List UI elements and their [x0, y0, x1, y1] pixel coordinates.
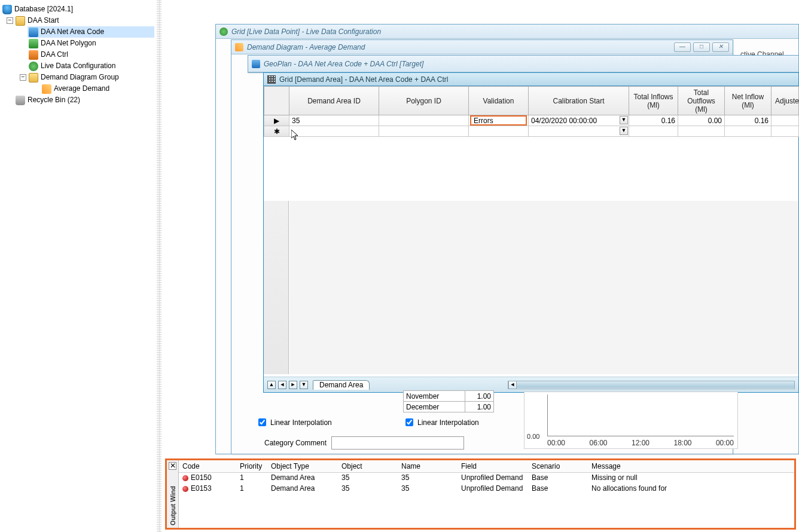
cell-demand-area-id[interactable]: 35	[289, 115, 379, 126]
cell-message: Missing or null	[588, 472, 794, 483]
checkbox[interactable]	[405, 418, 413, 426]
scroll-thumb[interactable]	[517, 382, 794, 388]
cell-empty[interactable]	[725, 126, 771, 137]
grid-empty-area	[289, 201, 798, 374]
cell-empty[interactable]	[379, 126, 469, 137]
col-validation[interactable]: Validation	[469, 87, 529, 115]
tree-node-database[interactable]: Database [2024.1]	[1, 4, 156, 15]
output-row[interactable]: E0153 1 Demand Area 35 35 Unprofiled Dem…	[179, 483, 794, 494]
scroll-left-button[interactable]: ◄	[508, 381, 517, 389]
control-icon	[29, 50, 38, 60]
col-object-type[interactable]: Object Type	[267, 460, 338, 472]
sheet-tab-demand-area[interactable]: Demand Area	[313, 380, 370, 390]
row-marker-current[interactable]: ▶	[264, 115, 289, 126]
cell-field: Unprofiled Demand	[458, 472, 528, 483]
cell-empty[interactable]	[469, 126, 529, 137]
col-polygon-id[interactable]: Polygon ID	[379, 87, 469, 115]
horizontal-scrollbar[interactable]: ◄	[508, 381, 795, 389]
month-value[interactable]: 1.00	[465, 402, 494, 412]
cell-total-outflows[interactable]: 0.00	[678, 115, 725, 126]
output-window-label: Output Wind	[169, 486, 176, 525]
window-title: Grid [Live Data Point] - Live Data Confi…	[231, 27, 381, 36]
titlebar[interactable]: GeoPlan - DAA Net Area Code + DAA Ctrl […	[248, 56, 798, 72]
grid-gutter	[264, 201, 289, 374]
tree-label: DAA Net Area Code	[41, 26, 104, 38]
output-row[interactable]: E0150 1 Demand Area 35 35 Unprofiled Dem…	[179, 472, 794, 483]
output-close-button[interactable]: ✕	[169, 462, 176, 470]
cell-empty[interactable]	[289, 126, 379, 137]
titlebar[interactable]: Grid [Live Data Point] - Live Data Confi…	[216, 25, 798, 39]
cell-calibration-start[interactable]: ▼	[529, 126, 629, 137]
tree-node-average-demand[interactable]: Average Demand	[41, 83, 156, 94]
output-table[interactable]: Code Priority Object Type Object Name Fi…	[179, 460, 794, 494]
database-tree[interactable]: Database [2024.1] − DAA Start DAA Net Ar…	[1, 4, 156, 106]
col-calibration-start[interactable]: Calibration Start	[529, 87, 629, 115]
col-scenario[interactable]: Scenario	[528, 460, 588, 472]
nav-down-button[interactable]: ▼	[300, 381, 308, 389]
minimize-button[interactable]: —	[674, 42, 691, 52]
titlebar[interactable]: Grid [Demand Area] - DAA Net Area Code +…	[264, 73, 798, 86]
expander-icon[interactable]: −	[7, 17, 13, 24]
cell-empty[interactable]	[629, 126, 678, 137]
grid-table[interactable]: Demand Area ID Polygon ID Validation Cal…	[264, 86, 799, 137]
nav-up-button[interactable]: ▲	[267, 381, 276, 389]
tree-resize-handle[interactable]	[157, 0, 161, 532]
table-row[interactable]: December 1.00	[404, 402, 494, 412]
tree-node-demand-diagram-group[interactable]: Demand Diagram Group	[28, 72, 156, 83]
calibration-start-dropdown[interactable]: ▼	[620, 127, 628, 135]
cell-calibration-start[interactable]: 04/20/2020 00:00:00 ▼	[529, 115, 629, 126]
month-table[interactable]: November 1.00 December 1.00	[403, 390, 494, 412]
tree-node-recycle-bin[interactable]: Recycle Bin (22)	[14, 94, 156, 106]
col-name[interactable]: Name	[398, 460, 458, 472]
month-value[interactable]: 1.00	[465, 391, 494, 402]
col-adjusted[interactable]: Adjuste	[771, 87, 799, 115]
linear-interpolation-checkbox-left[interactable]: Linear Interpolation	[256, 417, 332, 428]
tree-label: Average Demand	[54, 83, 109, 94]
tree-node-daa-ctrl[interactable]: DAA Ctrl	[28, 49, 156, 60]
cell-adjusted[interactable]	[771, 115, 799, 126]
cell-polygon-id[interactable]	[379, 115, 469, 126]
polygon-icon	[29, 39, 38, 48]
cell-object-type: Demand Area	[267, 472, 338, 483]
linear-interpolation-checkbox-right[interactable]: Linear Interpolation	[403, 417, 479, 428]
col-net-inflow[interactable]: Net Inflow (Ml)	[725, 87, 771, 115]
checkbox[interactable]	[258, 418, 266, 426]
cell-empty[interactable]	[771, 126, 799, 137]
col-total-outflows[interactable]: Total Outflows (Ml)	[678, 87, 725, 115]
close-button[interactable]: ✕	[712, 42, 729, 52]
month-name[interactable]: November	[404, 391, 465, 402]
cell-validation[interactable]: Errors	[469, 115, 529, 126]
table-row[interactable]: November 1.00	[404, 391, 494, 402]
cell-net-inflow[interactable]: 0.16	[725, 115, 771, 126]
col-code[interactable]: Code	[179, 460, 236, 472]
col-demand-area-id[interactable]: Demand Area ID	[289, 87, 379, 115]
tree-node-net-area-code[interactable]: DAA Net Area Code	[28, 26, 156, 38]
cell-total-inflows[interactable]: 0.16	[629, 115, 678, 126]
cell-name: 35	[398, 483, 458, 494]
category-comment-input[interactable]	[331, 436, 464, 450]
col-total-inflows[interactable]: Total Inflows (Ml)	[629, 87, 678, 115]
col-message[interactable]: Message	[588, 460, 794, 472]
cell-empty[interactable]	[678, 126, 725, 137]
tree-label: Demand Diagram Group	[41, 72, 119, 83]
diagram-icon	[235, 43, 243, 51]
maximize-button[interactable]: □	[693, 42, 710, 52]
tree-node-daa-start[interactable]: DAA Start	[14, 15, 156, 26]
expander-icon[interactable]: −	[20, 74, 26, 81]
validation-error-badge[interactable]: Errors	[470, 115, 527, 126]
month-name[interactable]: December	[404, 402, 465, 412]
row-marker-new[interactable]: ✱	[264, 126, 289, 137]
calibration-start-dropdown[interactable]: ▼	[620, 116, 628, 124]
window-geoplan[interactable]: GeoPlan - DAA Net Area Code + DAA Ctrl […	[248, 55, 799, 73]
nav-next-button[interactable]: ►	[289, 381, 297, 389]
col-object[interactable]: Object	[338, 460, 398, 472]
table-row[interactable]: ▶ 35 Errors 04/20/2020 00:00:00 ▼ 0.16 0…	[264, 115, 799, 126]
titlebar[interactable]: Demand Diagram - Average Demand — □ ✕	[231, 40, 733, 54]
col-field[interactable]: Field	[458, 460, 528, 472]
col-priority[interactable]: Priority	[236, 460, 267, 472]
tree-node-net-polygon[interactable]: DAA Net Polygon	[28, 38, 156, 49]
nav-prev-button[interactable]: ◄	[278, 381, 286, 389]
table-row-new[interactable]: ✱ ▼	[264, 126, 799, 137]
tree-node-live-data-config[interactable]: Live Data Configuration	[28, 60, 156, 72]
window-grid-demand-area[interactable]: Grid [Demand Area] - DAA Net Area Code +…	[263, 72, 799, 393]
